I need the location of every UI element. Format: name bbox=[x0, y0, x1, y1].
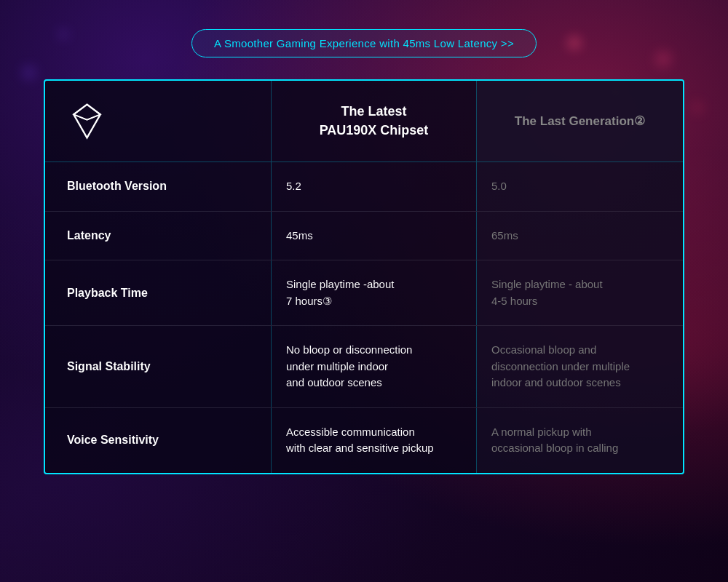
lastgen-title: The Last Generation② bbox=[515, 113, 645, 130]
logo-gem-icon bbox=[67, 101, 107, 141]
latest-title: The Latest PAU190X Chipset bbox=[320, 103, 429, 139]
feature-label-3: Signal Stability bbox=[45, 326, 271, 407]
feature-label-4: Voice Sensitivity bbox=[45, 408, 271, 473]
latest-value-4: Accessible communicationwith clear and s… bbox=[271, 408, 477, 473]
banner-text: A Smoother Gaming Experience with 45ms L… bbox=[214, 37, 514, 49]
logo-cell bbox=[45, 81, 271, 162]
feature-label-0: Bluetooth Version bbox=[45, 162, 271, 211]
svg-marker-0 bbox=[74, 105, 100, 138]
feature-label-1: Latency bbox=[45, 212, 271, 260]
lastgen-value-0: 5.0 bbox=[477, 162, 683, 211]
gaming-experience-banner[interactable]: A Smoother Gaming Experience with 45ms L… bbox=[191, 29, 537, 57]
content-wrapper: A Smoother Gaming Experience with 45ms L… bbox=[0, 0, 728, 474]
comparison-table: The Latest PAU190X Chipset The Last Gene… bbox=[44, 79, 684, 474]
lastgen-col-header: The Last Generation② bbox=[477, 81, 683, 162]
latest-value-3: No bloop or disconnectionunder multiple … bbox=[271, 326, 477, 407]
latest-value-1: 45ms bbox=[271, 212, 477, 260]
table-rows: Bluetooth Version 5.2 5.0 Latency 45ms 6… bbox=[45, 162, 683, 473]
table-row: Playback Time Single playtime -about7 ho… bbox=[45, 260, 683, 326]
lastgen-value-3: Occasional bloop anddisconnection under … bbox=[477, 326, 683, 407]
table-row: Latency 45ms 65ms bbox=[45, 212, 683, 261]
lastgen-value-2: Single playtime - about4-5 hours bbox=[477, 260, 683, 325]
lastgen-value-4: A normal pickup withoccasional bloop in … bbox=[477, 408, 683, 473]
latest-value-0: 5.2 bbox=[271, 162, 477, 211]
feature-label-2: Playback Time bbox=[45, 260, 271, 325]
table-row: Bluetooth Version 5.2 5.0 bbox=[45, 162, 683, 212]
table-row: Signal Stability No bloop or disconnecti… bbox=[45, 326, 683, 408]
svg-marker-1 bbox=[74, 105, 100, 120]
latest-col-header: The Latest PAU190X Chipset bbox=[271, 81, 477, 162]
lastgen-value-1: 65ms bbox=[477, 212, 683, 260]
latest-value-2: Single playtime -about7 hours③ bbox=[271, 260, 477, 325]
table-header: The Latest PAU190X Chipset The Last Gene… bbox=[45, 81, 683, 162]
table-row: Voice Sensitivity Accessible communicati… bbox=[45, 408, 683, 473]
